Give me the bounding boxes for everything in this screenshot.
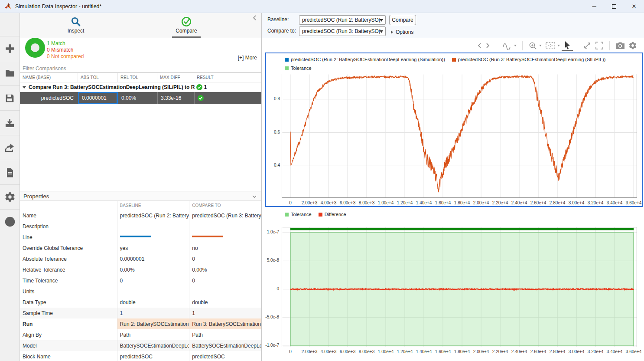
x-tick-label: 3.60e+4 [626,200,641,205]
x-tick-label: 2.40e+4 [511,349,527,354]
x-tick-label: 8.00e+3 [359,200,374,205]
maximize-button[interactable] [604,0,624,13]
x-tick-label: 3.20e+4 [588,349,603,354]
property-row-line[interactable]: Line [20,232,261,243]
legend-item-run3[interactable]: predictedSOC (Run 3: BatterySOCEstimatio… [452,57,606,62]
col-rel-tol[interactable]: REL TOL [118,73,157,82]
property-row-sample-time[interactable]: Sample Time11 [20,308,261,318]
top-chart-legend-row-2: Tolerance [285,66,312,71]
more-link[interactable]: [+] More [238,55,257,61]
signal-display-button[interactable] [500,40,518,51]
expand-arrows-icon [583,41,592,50]
compare-to-dropdown[interactable]: predictedSOC (Run 3: BatterySO( [299,26,386,36]
legend-item-difference[interactable]: Difference [319,212,346,217]
fit-to-view-button[interactable] [543,40,562,51]
property-row-run[interactable]: RunRun 2: BatterySOCEstimationDeepLearni… [20,318,261,329]
property-row-relative-tolerance[interactable]: Relative Tolerance0.00%0.00% [20,264,261,275]
nav-back-button[interactable] [475,40,484,51]
y-tick-label: 0.6 [266,130,280,135]
gear-icon [628,41,637,50]
options-expander[interactable]: Options [391,29,413,35]
col-max-diff[interactable]: MAX DIFF [157,73,194,82]
comparison-group-row[interactable]: Compare Run 3: BatterySOCEstimationDeepL… [20,82,261,92]
rel-tol-cell[interactable]: 0.00% [118,92,157,104]
bottom-chart-x-axis: 02.00e+34.00e+36.00e+38.00e+31.00e+41.20… [265,349,643,355]
y-tick-label: 0.8 [266,96,280,101]
property-row-model[interactable]: ModelBatterySOCEstimationDeepLearningBat… [20,340,261,351]
new-run-button[interactable] [0,36,20,61]
legend-item-run2[interactable]: predictedSOC (Run 2: BatterySOCEstimatio… [285,57,445,62]
inspect-magnifier-icon [70,16,81,27]
baseline-dropdown[interactable]: predictedSOC (Run 2: BatterySO( [299,15,386,25]
legend-swatch-orange [452,58,456,62]
window-titlebar: Simulation Data Inspector - untitled* ─ … [0,0,644,13]
report-button[interactable] [0,160,20,184]
share-icon [4,142,15,153]
preferences-button[interactable] [0,184,20,209]
y-tick-label: 0.4 [266,163,280,167]
tab-compare[interactable]: Compare [160,16,212,34]
property-row-align-by[interactable]: Align ByPathPath [20,329,261,340]
abs-tol-cell-highlighted[interactable]: 0.0000001 [78,92,118,104]
x-tick-label: 1.60e+4 [435,200,451,205]
close-button[interactable]: ✕ [624,0,644,13]
export-button[interactable] [0,135,20,160]
minimize-button[interactable]: ─ [584,0,604,13]
signal-name-cell[interactable]: predictedSOC [20,92,78,104]
expand-triangle-icon[interactable] [23,86,26,89]
property-row-data-type[interactable]: Data Typedoubledouble [20,297,261,308]
difference-plot-area[interactable] [282,227,637,347]
options-triangle-icon [391,30,393,34]
legend-item-tolerance[interactable]: Tolerance [285,66,312,71]
toolbar-separator [522,41,523,50]
zoom-in-button[interactable] [527,40,543,51]
legend-item-tolerance[interactable]: Tolerance [285,212,312,217]
compare-button[interactable]: Compare [389,15,416,25]
expand-plot-button[interactable] [581,40,593,51]
collapse-panel-icon[interactable] [252,15,258,21]
snapshot-button[interactable] [614,40,627,51]
comparison-row-selected[interactable]: predictedSOC 0.0000001 0.00% 3.33e-16 [20,92,261,104]
properties-columns: BASELINE COMPARE TO [20,201,261,210]
comparison-plot[interactable]: predictedSOC (Run 2: BatterySOCEstimatio… [265,53,643,207]
tab-inspect[interactable]: Inspect [50,16,102,34]
y-tick-label: 0 [265,286,279,291]
properties-header[interactable]: Properties [20,191,261,201]
help-button[interactable]: ? [0,209,20,234]
import-button[interactable] [0,110,20,135]
x-tick-label: 1.20e+4 [397,349,413,354]
save-button[interactable] [0,85,20,110]
signal-plot-area[interactable] [282,74,637,198]
col-name-base[interactable]: NAME (BASE) [20,73,78,82]
fullscreen-button[interactable] [593,40,605,51]
plot-toolbar [262,38,644,53]
x-tick-label: 3.60e+4 [626,349,641,354]
col-abs-tol[interactable]: ABS TOL [78,73,118,82]
plot-settings-button[interactable] [627,40,639,51]
col-result[interactable]: RESULT [194,73,261,82]
match-count: 1 Match [47,40,84,47]
y-tick-label: 5.0e-8 [265,258,279,263]
x-tick-label: 2.60e+4 [530,200,546,205]
svg-text:?: ? [8,218,12,225]
filter-comparisons-input[interactable] [20,64,261,73]
selected-tab-indicator [172,36,201,38]
x-tick-label: 4.00e+3 [321,200,336,205]
max-diff-cell[interactable]: 3.33e-16 [157,92,194,104]
x-tick-label: 3.40e+4 [607,200,622,205]
property-row-block-name[interactable]: Block NamepredictedSOCpredictedSOC [20,351,261,361]
property-row-name[interactable]: NamepredictedSOC (Run 2: BatterySOCEstim… [20,210,261,221]
result-cell[interactable] [194,92,261,104]
property-row-absolute-tolerance[interactable]: Absolute Tolerance0.00000010 [20,253,261,264]
property-row-description[interactable]: Description [20,221,261,232]
property-row-units[interactable]: Units [20,286,261,297]
pointer-tool-button-selected[interactable] [562,40,573,51]
property-row-override-tolerance[interactable]: Override Global Toleranceyesno [20,243,261,253]
chevron-down-icon[interactable] [252,194,257,199]
property-row-time-tolerance[interactable]: Time Tolerance00 [20,275,261,286]
difference-plot[interactable]: Tolerance Difference 1.0e-75.0e-80-5.0e-… [265,210,643,361]
x-tick-label: 6.00e+3 [340,349,355,354]
open-button[interactable] [0,61,20,85]
nav-forward-button[interactable] [484,40,492,51]
folder-icon [4,68,16,79]
